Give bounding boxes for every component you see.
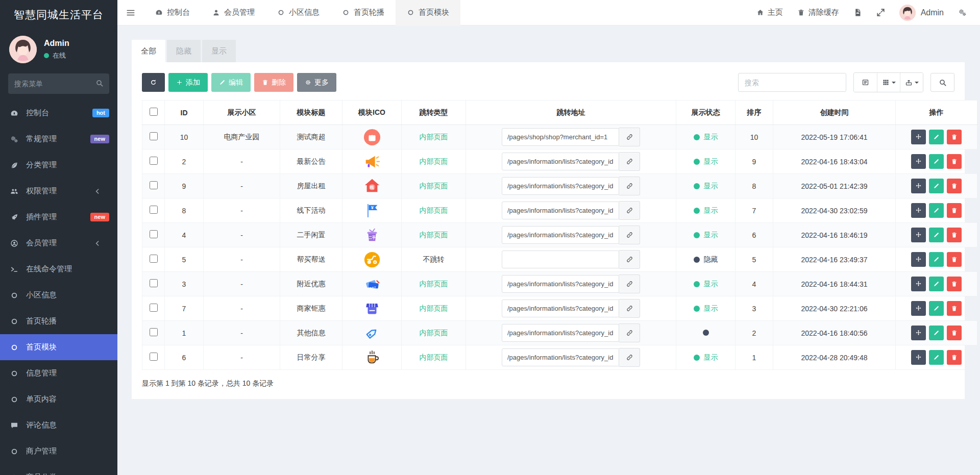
sidebar-item-常规管理[interactable]: 常规管理new	[0, 126, 117, 152]
link-button[interactable]	[619, 226, 640, 244]
row-edit-button[interactable]	[929, 326, 944, 340]
sidebar-item-首页轮播[interactable]: 首页轮播	[0, 308, 117, 334]
link-button[interactable]	[619, 250, 640, 269]
row-edit-button[interactable]	[929, 277, 944, 291]
row-delete-button[interactable]	[947, 301, 962, 316]
sidebar-item-单页内容[interactable]: 单页内容	[0, 386, 117, 412]
filter-tab-隐藏[interactable]: 隐藏	[167, 40, 201, 62]
drag-sort-button[interactable]	[911, 252, 926, 267]
sidebar-item-分类管理[interactable]: 分类管理	[0, 152, 117, 178]
row-checkbox[interactable]	[150, 328, 158, 336]
row-checkbox[interactable]	[150, 132, 158, 140]
drag-sort-button[interactable]	[911, 203, 926, 218]
url-input[interactable]	[502, 128, 619, 146]
table-search-input[interactable]	[738, 73, 846, 92]
user-menu[interactable]: Admin	[899, 5, 944, 21]
link-button[interactable]	[619, 348, 640, 367]
link-button[interactable]	[619, 201, 640, 220]
sidebar-item-首页模块[interactable]: 首页模块	[0, 334, 117, 360]
row-checkbox[interactable]	[150, 279, 158, 287]
detail-view-button[interactable]	[854, 73, 877, 92]
row-delete-button[interactable]	[947, 179, 962, 193]
drag-sort-button[interactable]	[911, 301, 926, 316]
row-checkbox[interactable]	[150, 353, 158, 361]
sidebar-item-商品分类[interactable]: 商品分类	[0, 464, 117, 475]
row-delete-button[interactable]	[947, 277, 962, 291]
drag-sort-button[interactable]	[911, 154, 926, 169]
url-input[interactable]	[502, 177, 619, 195]
columns-button[interactable]	[877, 73, 900, 92]
topnav-tab-控制台[interactable]: 控制台	[144, 0, 201, 26]
url-input[interactable]	[502, 153, 619, 170]
row-edit-button[interactable]	[929, 301, 944, 316]
topnav-tab-首页模块[interactable]: 首页模块	[396, 0, 460, 26]
sidebar-item-小区信息[interactable]: 小区信息	[0, 282, 117, 308]
row-edit-button[interactable]	[929, 228, 944, 242]
sidebar-item-在线命令管理[interactable]: 在线命令管理	[0, 256, 117, 282]
topnav-tab-会员管理[interactable]: 会员管理	[201, 0, 266, 26]
add-button[interactable]: 添加	[168, 73, 208, 92]
drag-sort-button[interactable]	[911, 130, 926, 144]
row-edit-button[interactable]	[929, 252, 944, 267]
sidebar-item-插件管理[interactable]: 插件管理new	[0, 204, 117, 230]
sidebar-item-会员管理[interactable]: 会员管理	[0, 230, 117, 256]
row-delete-button[interactable]	[947, 326, 962, 340]
sidebar-item-信息管理[interactable]: 信息管理	[0, 360, 117, 386]
row-edit-button[interactable]	[929, 154, 944, 169]
sidebar-item-商户管理[interactable]: 商户管理	[0, 438, 117, 464]
row-edit-button[interactable]	[929, 350, 944, 365]
link-button[interactable]	[619, 299, 640, 318]
clear-cache-link[interactable]: 清除缓存	[797, 8, 839, 17]
home-link[interactable]: 主页	[756, 8, 783, 17]
delete-button[interactable]: 删除	[254, 73, 293, 92]
row-checkbox[interactable]	[150, 230, 158, 238]
sidebar-item-控制台[interactable]: 控制台hot	[0, 100, 117, 126]
more-button[interactable]: 更多	[297, 73, 336, 92]
url-input[interactable]	[502, 348, 619, 366]
filter-tab-全部[interactable]: 全部	[132, 40, 165, 62]
row-delete-button[interactable]	[947, 228, 962, 242]
link-button[interactable]	[619, 274, 640, 293]
edit-button[interactable]: 编辑	[211, 73, 251, 92]
link-button[interactable]	[619, 323, 640, 342]
url-input[interactable]	[502, 226, 619, 244]
row-checkbox[interactable]	[150, 304, 158, 312]
drag-sort-button[interactable]	[911, 277, 926, 291]
topnav-tab-首页轮播[interactable]: 首页轮播	[331, 0, 396, 26]
row-delete-button[interactable]	[947, 203, 962, 218]
url-input[interactable]	[502, 324, 619, 342]
select-all-checkbox[interactable]	[150, 108, 158, 116]
gears-icon[interactable]	[958, 8, 967, 17]
row-edit-button[interactable]	[929, 179, 944, 193]
filter-tab-显示[interactable]: 显示	[202, 40, 236, 62]
drag-sort-button[interactable]	[911, 228, 926, 242]
docs-icon[interactable]	[853, 8, 862, 17]
menu-search-input[interactable]	[8, 73, 109, 94]
link-button[interactable]	[619, 177, 640, 195]
drag-sort-button[interactable]	[911, 350, 926, 365]
url-input[interactable]	[502, 202, 619, 219]
drag-sort-button[interactable]	[911, 179, 926, 193]
drag-sort-button[interactable]	[911, 326, 926, 340]
row-delete-button[interactable]	[947, 130, 962, 144]
row-checkbox[interactable]	[150, 206, 158, 214]
fullscreen-icon[interactable]	[876, 8, 885, 17]
search-button[interactable]	[930, 73, 954, 92]
row-delete-button[interactable]	[947, 252, 962, 267]
row-checkbox[interactable]	[150, 181, 158, 189]
refresh-button[interactable]	[142, 73, 165, 92]
hamburger-icon[interactable]	[117, 0, 144, 26]
row-delete-button[interactable]	[947, 154, 962, 169]
export-button[interactable]	[900, 73, 923, 92]
row-edit-button[interactable]	[929, 203, 944, 218]
row-checkbox[interactable]	[150, 255, 158, 263]
url-input[interactable]	[502, 299, 619, 317]
url-input[interactable]	[502, 251, 619, 268]
topnav-tab-小区信息[interactable]: 小区信息	[266, 0, 331, 26]
link-button[interactable]	[619, 128, 640, 146]
row-delete-button[interactable]	[947, 350, 962, 365]
row-checkbox[interactable]	[150, 157, 158, 165]
sidebar-item-评论信息[interactable]: 评论信息	[0, 412, 117, 438]
url-input[interactable]	[502, 275, 619, 293]
link-button[interactable]	[619, 152, 640, 171]
